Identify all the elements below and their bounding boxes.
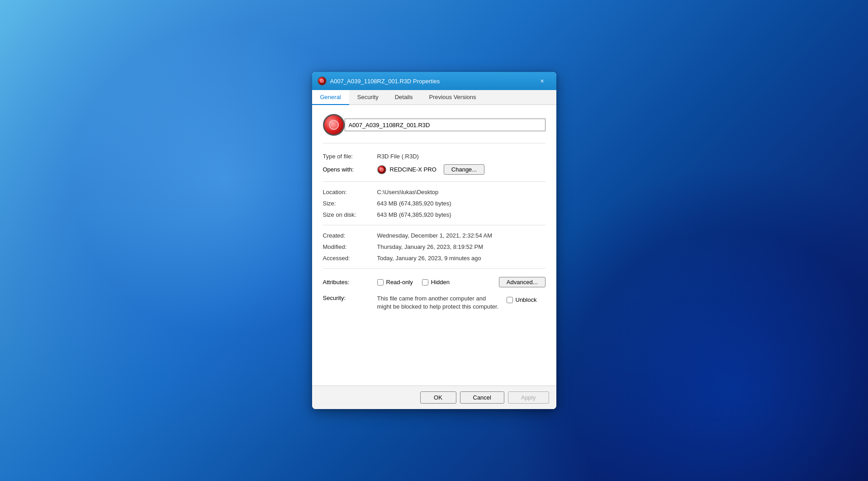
created-value: Wednesday, December 1, 2021, 2:32:54 AM [377, 232, 545, 239]
attributes-row: Attributes: Read-only Hidden Advanced... [323, 273, 545, 291]
opens-with-label: Opens with: [323, 166, 377, 173]
type-of-file-row: Type of file: R3D File (.R3D) [323, 151, 545, 162]
separator-2 [323, 225, 545, 225]
readonly-checkbox-label[interactable]: Read-only [377, 279, 413, 286]
size-label: Size: [323, 200, 377, 207]
content-area: Type of file: R3D File (.R3D) Opens with… [312, 105, 556, 386]
tab-security[interactable]: Security [349, 90, 387, 105]
tab-previous-versions[interactable]: Previous Versions [421, 90, 484, 105]
readonly-label: Read-only [386, 279, 413, 286]
advanced-button[interactable]: Advanced... [499, 277, 545, 287]
app-icon [377, 165, 386, 174]
file-name-input[interactable] [345, 119, 545, 131]
created-row: Created: Wednesday, December 1, 2021, 2:… [323, 230, 545, 241]
tab-bar: General Security Details Previous Versio… [312, 90, 556, 105]
unblock-area: Unblock [507, 295, 537, 303]
security-label: Security: [323, 295, 377, 311]
created-label: Created: [323, 232, 377, 239]
close-button[interactable]: × [532, 74, 553, 88]
modified-row: Modified: Thursday, January 26, 2023, 8:… [323, 241, 545, 252]
ok-button[interactable]: OK [420, 391, 456, 404]
properties-table: Type of file: R3D File (.R3D) Opens with… [323, 151, 545, 314]
modified-value: Thursday, January 26, 2023, 8:19:52 PM [377, 243, 545, 250]
file-header [323, 114, 545, 143]
unblock-checkbox[interactable] [507, 297, 513, 303]
security-content-area: This file came from another computer and… [377, 295, 545, 311]
file-icon [323, 114, 345, 136]
attributes-controls: Read-only Hidden Advanced... [377, 277, 545, 287]
attributes-label: Attributes: [323, 279, 377, 286]
type-of-file-label: Type of file: [323, 153, 377, 160]
security-row: Security: This file came from another co… [323, 291, 545, 314]
accessed-row: Accessed: Today, January 26, 2023, 9 min… [323, 252, 545, 264]
change-button[interactable]: Change... [444, 164, 484, 175]
hidden-label: Hidden [431, 279, 450, 286]
location-row: Location: C:\Users\lukas\Desktop [323, 186, 545, 198]
size-value: 643 MB (674,385,920 bytes) [377, 200, 545, 207]
tab-details[interactable]: Details [387, 90, 421, 105]
cancel-button[interactable]: Cancel [460, 391, 504, 404]
readonly-checkbox[interactable] [377, 279, 384, 286]
window-title: A007_A039_1108RZ_001.R3D Properties [330, 78, 532, 85]
hidden-checkbox[interactable] [422, 279, 428, 286]
unblock-label: Unblock [516, 296, 537, 303]
svg-point-2 [320, 79, 324, 83]
apply-button[interactable]: Apply [508, 391, 549, 404]
separator-1 [323, 181, 545, 182]
accessed-label: Accessed: [323, 255, 377, 262]
svg-point-4 [380, 168, 384, 171]
size-on-disk-value: 643 MB (674,385,920 bytes) [377, 211, 545, 218]
opens-with-value: REDCINE-X PRO Change... [377, 164, 545, 175]
type-of-file-value: R3D File (.R3D) [377, 153, 545, 160]
app-name: REDCINE-X PRO [390, 166, 436, 173]
hidden-checkbox-label[interactable]: Hidden [422, 279, 450, 286]
title-bar: A007_A039_1108RZ_001.R3D Properties × [312, 72, 556, 90]
size-row: Size: 643 MB (674,385,920 bytes) [323, 198, 545, 209]
footer: OK Cancel Apply [312, 386, 556, 409]
accessed-value: Today, January 26, 2023, 9 minutes ago [377, 255, 545, 262]
security-text: This file came from another computer and… [377, 295, 499, 311]
size-on-disk-row: Size on disk: 643 MB (674,385,920 bytes) [323, 209, 545, 220]
properties-dialog: A007_A039_1108RZ_001.R3D Properties × Ge… [312, 72, 556, 409]
location-label: Location: [323, 189, 377, 195]
separator-3 [323, 268, 545, 269]
title-bar-icon [318, 76, 327, 86]
modified-label: Modified: [323, 243, 377, 250]
location-value: C:\Users\lukas\Desktop [377, 189, 545, 195]
tab-general[interactable]: General [312, 90, 349, 105]
opens-with-row: Opens with: [323, 162, 545, 177]
size-on-disk-label: Size on disk: [323, 211, 377, 218]
